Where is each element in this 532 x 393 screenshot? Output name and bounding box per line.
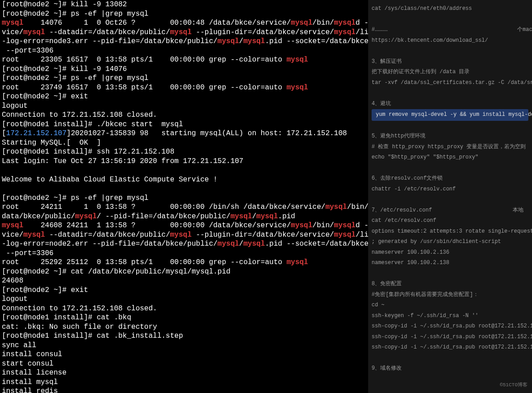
note-line: # 检查 http_proxy https_proxy 变量是否设置，若为空则 xyxy=(372,144,526,150)
watermark: ©51CTO博客 xyxy=(500,380,528,390)
term-line: [root@node2 ~]# ps -ef |grep mysql xyxy=(2,194,148,202)
note-line: tar -xvf /data/ssl_certificates.tar.gz -… xyxy=(372,79,532,86)
note-line: #免密[集群内所有机器需要完成免密配置]： xyxy=(372,291,479,298)
note-line: options timeout:2 attempts:3 rotate sing… xyxy=(372,228,532,234)
hl-mysql: mysql xyxy=(2,19,23,27)
term-line: Connection to 172.21.152.108 closed. xyxy=(2,305,157,313)
term-line: install mysql xyxy=(2,378,58,386)
term-line: sync all xyxy=(2,341,36,349)
note-line: ; generated by /usr/sbin/dhclient-script xyxy=(372,238,501,245)
note-line: chattr -i /etc/resolv.conf xyxy=(372,186,456,192)
term-line: Starting MySQL.[ OK ] xyxy=(2,139,101,147)
term-line: Welcome to Alibaba Cloud Elastic Compute… xyxy=(2,176,217,184)
term-line: [root@node2 ~]# exit xyxy=(2,93,88,101)
term-line: --port=3306 xyxy=(2,249,53,257)
terminal-output[interactable]: [root@node2 ~]# kill -9 13082 [root@node… xyxy=(0,0,368,393)
note-line: 把下载好的证书文件上传到 /data 目录 xyxy=(372,69,470,75)
note-line: https://bk.tencent.com/download_ssl/ xyxy=(372,37,488,44)
term-line: [root@node1 install]# ssh 172.21.152.108 xyxy=(2,148,174,156)
note-line: nameserver 100.100.2.136 xyxy=(372,249,449,256)
term-line: [root@node1 install]# cat .bkq xyxy=(2,314,131,322)
note-line: 4、避坑 xyxy=(372,101,391,107)
note-line: 8、免密配置 xyxy=(372,281,402,287)
term-line: [root@node2 ~]# kill -9 14076 xyxy=(2,65,127,73)
note-line: ssh-copy-id -i ~/.ssh/id_rsa.pub root@17… xyxy=(372,323,532,329)
term-line: [root@node2 ~]# ps -ef |grep mysql xyxy=(2,74,148,82)
term-line: [root@node2 ~]# ps -ef |grep mysql xyxy=(2,10,148,18)
term-line: [root@node1 install]# cat .bk_install.st… xyxy=(2,332,183,340)
ip-address: 172.21.152.107 xyxy=(6,129,66,137)
note-line: cat /sys/class/net/eth0/address xyxy=(372,5,472,12)
note-line: 7、/etc/resolv.conf 本地 xyxy=(372,207,523,213)
note-line: ssh-keygen -f ~/.ssh/id_rsa -N '' xyxy=(372,313,479,319)
note-line: cat /etc/resolv.conf xyxy=(372,217,436,224)
term-line: Connection to 172.21.152.108 closed. xyxy=(2,111,157,119)
note-line: cd ~ xyxy=(372,302,385,308)
term-line: start consul xyxy=(2,360,53,368)
term-line: logout xyxy=(2,295,28,303)
note-line: ssh-copy-id -i ~/.ssh/id_rsa.pub root@17… xyxy=(372,334,532,340)
note-line: 3、解压证书 xyxy=(372,58,402,65)
note-line: echo "$http_proxy" "$https_proxy" xyxy=(372,154,479,160)
term-line: [root@node2 ~]# kill -9 13082 xyxy=(2,0,127,9)
note-line: 5、避免http代理环境 xyxy=(372,133,426,139)
note-line: #………… 个mac地址 xyxy=(372,26,532,33)
term-line: [root@node2 ~]# exit xyxy=(2,286,88,294)
note-line: nameserver 100.100.2.138 xyxy=(372,260,449,266)
note-line-highlighted: yum remove mysql-devel -y && yum install… xyxy=(372,109,528,121)
term-line: [root@node1 install]# ./bkcec start mysq… xyxy=(2,120,183,128)
term-line: cat: .bkq: No such file or directory xyxy=(2,323,157,331)
note-line: ssh-copy-id -i ~/.ssh/id_rsa.pub root@17… xyxy=(372,344,532,350)
note-line: 9、域名修改 xyxy=(372,365,402,371)
term-line: 24608 xyxy=(2,277,23,285)
term-line: Last login: Tue Oct 27 13:56:19 2020 fro… xyxy=(2,157,244,165)
term-line: --port=3306 xyxy=(2,47,53,55)
note-line: 6、去除resolv.conf文件锁 xyxy=(372,175,443,181)
term-line: install redis xyxy=(2,387,58,393)
notes-editor[interactable]: cat /sys/class/net/eth0/address #………… 个m… xyxy=(368,0,532,393)
term-line: logout xyxy=(2,102,28,110)
term-line: install license xyxy=(2,369,66,377)
term-line: [root@node2 ~]# cat /data/bkce/public/my… xyxy=(2,268,231,276)
term-line: install consul xyxy=(2,350,62,358)
